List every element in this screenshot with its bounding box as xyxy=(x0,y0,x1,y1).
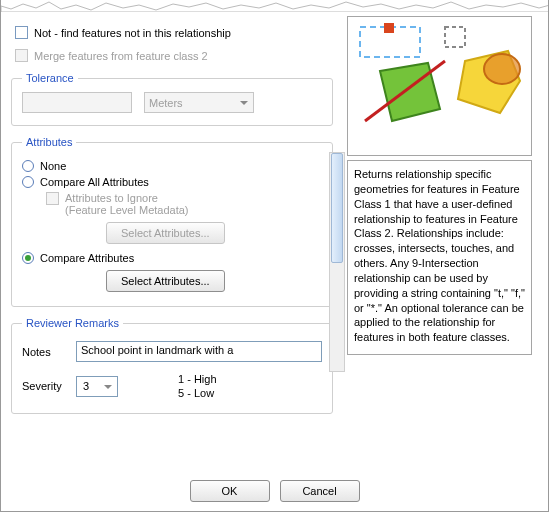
svg-rect-1 xyxy=(384,23,394,33)
ignore-checkbox xyxy=(46,192,59,205)
merge-checkbox xyxy=(15,49,28,62)
not-checkbox[interactable] xyxy=(15,26,28,39)
dialog-button-bar: OK Cancel xyxy=(1,472,548,512)
tolerance-input xyxy=(22,92,132,113)
tolerance-fieldset: Tolerance Meters xyxy=(11,72,333,126)
tolerance-legend: Tolerance xyxy=(22,72,78,84)
merge-checkbox-label: Merge features from feature class 2 xyxy=(34,50,208,62)
not-checkbox-label: Not - find features not in this relation… xyxy=(34,27,231,39)
severity-label: Severity xyxy=(22,380,66,392)
radio-none-input[interactable] xyxy=(22,160,34,172)
attributes-legend: Attributes xyxy=(22,136,76,148)
severity-legend-text: 1 - High 5 - Low xyxy=(178,372,217,401)
radio-compare-input[interactable] xyxy=(22,252,34,264)
radio-none[interactable]: None xyxy=(22,160,322,172)
radio-compare-all-input[interactable] xyxy=(22,176,34,188)
help-illustration xyxy=(347,16,532,156)
notes-label: Notes xyxy=(22,346,66,358)
notes-value: School point in landmark with a xyxy=(81,344,233,356)
severity-legend-high: 1 - High xyxy=(178,372,217,386)
radio-compare-all-label: Compare All Attributes xyxy=(40,176,149,188)
select-attributes-button[interactable]: Select Attributes... xyxy=(106,270,225,292)
ignore-label-line1: Attributes to Ignore xyxy=(65,192,189,204)
radio-compare[interactable]: Compare Attributes xyxy=(22,252,322,264)
vertical-scrollbar[interactable] xyxy=(329,152,345,372)
svg-rect-2 xyxy=(445,27,465,47)
dialog-window: Not - find features not in this relation… xyxy=(0,0,549,512)
radio-compare-label: Compare Attributes xyxy=(40,252,134,264)
attributes-fieldset: Attributes None Compare All Attributes A… xyxy=(11,136,333,307)
ok-button[interactable]: OK xyxy=(190,480,270,502)
help-text-content: Returns relationship specific geometries… xyxy=(354,168,525,343)
tolerance-units-value: Meters xyxy=(149,97,183,109)
severity-select[interactable]: 3 xyxy=(76,376,118,397)
severity-value: 3 xyxy=(83,380,89,392)
ignore-label-line2: (Feature Level Metadata) xyxy=(65,204,189,216)
not-checkbox-row[interactable]: Not - find features not in this relation… xyxy=(15,26,333,39)
torn-edge-decoration xyxy=(1,0,548,12)
remarks-fieldset: Reviewer Remarks Notes School point in l… xyxy=(11,317,333,414)
radio-none-label: None xyxy=(40,160,66,172)
scroll-thumb[interactable] xyxy=(331,153,343,263)
notes-input[interactable]: School point in landmark with a xyxy=(76,341,322,362)
main-content: Not - find features not in this relation… xyxy=(1,12,548,472)
geometry-icon xyxy=(350,21,530,151)
cancel-button[interactable]: Cancel xyxy=(280,480,360,502)
tolerance-units-select: Meters xyxy=(144,92,254,113)
ignore-section: Attributes to Ignore (Feature Level Meta… xyxy=(46,192,322,244)
merge-checkbox-row: Merge features from feature class 2 xyxy=(15,49,333,62)
radio-compare-all[interactable]: Compare All Attributes xyxy=(22,176,322,188)
svg-point-5 xyxy=(484,54,520,84)
help-text-panel: Returns relationship specific geometries… xyxy=(347,160,532,355)
remarks-legend: Reviewer Remarks xyxy=(22,317,123,329)
left-panel: Not - find features not in this relation… xyxy=(1,12,343,472)
right-panel: Returns relationship specific geometries… xyxy=(343,12,538,472)
ignore-label-wrap: Attributes to Ignore (Feature Level Meta… xyxy=(65,192,189,216)
select-attributes-button-disabled: Select Attributes... xyxy=(106,222,225,244)
severity-legend-low: 5 - Low xyxy=(178,386,217,400)
